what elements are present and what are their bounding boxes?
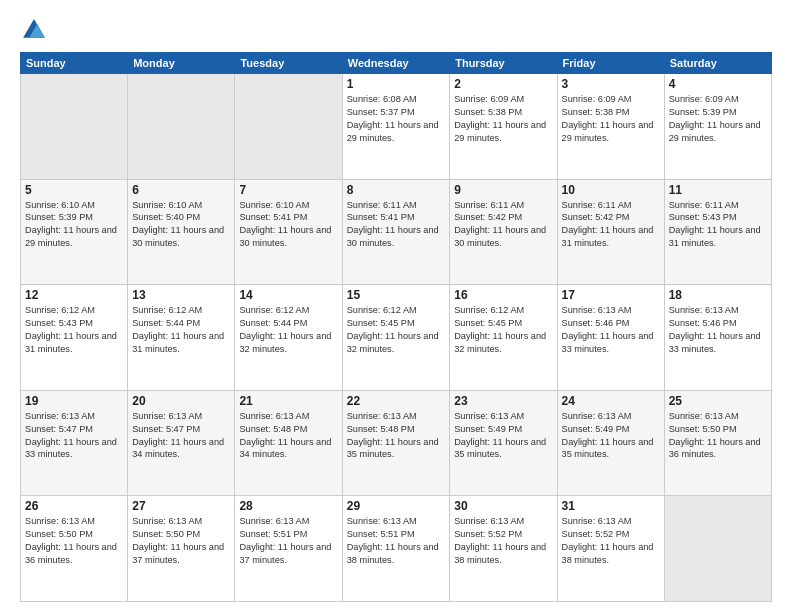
- day-info: Sunrise: 6:09 AMSunset: 5:38 PMDaylight:…: [454, 93, 552, 145]
- page: SundayMondayTuesdayWednesdayThursdayFrid…: [0, 0, 792, 612]
- day-cell: 4Sunrise: 6:09 AMSunset: 5:39 PMDaylight…: [664, 74, 771, 180]
- day-number: 19: [25, 394, 123, 408]
- day-number: 14: [239, 288, 337, 302]
- day-number: 26: [25, 499, 123, 513]
- day-info: Sunrise: 6:11 AMSunset: 5:41 PMDaylight:…: [347, 199, 446, 251]
- week-row-4: 19Sunrise: 6:13 AMSunset: 5:47 PMDayligh…: [21, 390, 772, 496]
- day-cell: 12Sunrise: 6:12 AMSunset: 5:43 PMDayligh…: [21, 285, 128, 391]
- day-cell: 22Sunrise: 6:13 AMSunset: 5:48 PMDayligh…: [342, 390, 450, 496]
- day-cell: 27Sunrise: 6:13 AMSunset: 5:50 PMDayligh…: [128, 496, 235, 602]
- week-row-3: 12Sunrise: 6:12 AMSunset: 5:43 PMDayligh…: [21, 285, 772, 391]
- day-info: Sunrise: 6:12 AMSunset: 5:45 PMDaylight:…: [347, 304, 446, 356]
- day-cell: 19Sunrise: 6:13 AMSunset: 5:47 PMDayligh…: [21, 390, 128, 496]
- day-number: 13: [132, 288, 230, 302]
- day-info: Sunrise: 6:10 AMSunset: 5:40 PMDaylight:…: [132, 199, 230, 251]
- day-info: Sunrise: 6:13 AMSunset: 5:52 PMDaylight:…: [454, 515, 552, 567]
- weekday-header-row: SundayMondayTuesdayWednesdayThursdayFrid…: [21, 53, 772, 74]
- day-cell: 18Sunrise: 6:13 AMSunset: 5:46 PMDayligh…: [664, 285, 771, 391]
- day-cell: 10Sunrise: 6:11 AMSunset: 5:42 PMDayligh…: [557, 179, 664, 285]
- weekday-header-wednesday: Wednesday: [342, 53, 450, 74]
- header: [20, 16, 772, 44]
- day-info: Sunrise: 6:08 AMSunset: 5:37 PMDaylight:…: [347, 93, 446, 145]
- day-number: 8: [347, 183, 446, 197]
- day-cell: 11Sunrise: 6:11 AMSunset: 5:43 PMDayligh…: [664, 179, 771, 285]
- day-number: 15: [347, 288, 446, 302]
- day-info: Sunrise: 6:13 AMSunset: 5:49 PMDaylight:…: [454, 410, 552, 462]
- day-number: 1: [347, 77, 446, 91]
- weekday-header-tuesday: Tuesday: [235, 53, 342, 74]
- day-number: 10: [562, 183, 660, 197]
- day-number: 25: [669, 394, 767, 408]
- weekday-header-friday: Friday: [557, 53, 664, 74]
- day-cell: 24Sunrise: 6:13 AMSunset: 5:49 PMDayligh…: [557, 390, 664, 496]
- day-info: Sunrise: 6:09 AMSunset: 5:38 PMDaylight:…: [562, 93, 660, 145]
- day-cell: 14Sunrise: 6:12 AMSunset: 5:44 PMDayligh…: [235, 285, 342, 391]
- day-cell: [664, 496, 771, 602]
- weekday-header-saturday: Saturday: [664, 53, 771, 74]
- day-number: 6: [132, 183, 230, 197]
- day-info: Sunrise: 6:09 AMSunset: 5:39 PMDaylight:…: [669, 93, 767, 145]
- day-number: 28: [239, 499, 337, 513]
- day-cell: 20Sunrise: 6:13 AMSunset: 5:47 PMDayligh…: [128, 390, 235, 496]
- calendar: SundayMondayTuesdayWednesdayThursdayFrid…: [20, 52, 772, 602]
- day-info: Sunrise: 6:13 AMSunset: 5:51 PMDaylight:…: [347, 515, 446, 567]
- day-cell: 31Sunrise: 6:13 AMSunset: 5:52 PMDayligh…: [557, 496, 664, 602]
- day-info: Sunrise: 6:13 AMSunset: 5:51 PMDaylight:…: [239, 515, 337, 567]
- day-info: Sunrise: 6:13 AMSunset: 5:52 PMDaylight:…: [562, 515, 660, 567]
- day-cell: 23Sunrise: 6:13 AMSunset: 5:49 PMDayligh…: [450, 390, 557, 496]
- day-info: Sunrise: 6:11 AMSunset: 5:43 PMDaylight:…: [669, 199, 767, 251]
- day-cell: [128, 74, 235, 180]
- week-row-5: 26Sunrise: 6:13 AMSunset: 5:50 PMDayligh…: [21, 496, 772, 602]
- day-info: Sunrise: 6:12 AMSunset: 5:44 PMDaylight:…: [239, 304, 337, 356]
- day-cell: 9Sunrise: 6:11 AMSunset: 5:42 PMDaylight…: [450, 179, 557, 285]
- day-number: 11: [669, 183, 767, 197]
- day-number: 21: [239, 394, 337, 408]
- day-number: 4: [669, 77, 767, 91]
- day-cell: 21Sunrise: 6:13 AMSunset: 5:48 PMDayligh…: [235, 390, 342, 496]
- day-cell: 30Sunrise: 6:13 AMSunset: 5:52 PMDayligh…: [450, 496, 557, 602]
- day-number: 2: [454, 77, 552, 91]
- week-row-1: 1Sunrise: 6:08 AMSunset: 5:37 PMDaylight…: [21, 74, 772, 180]
- day-info: Sunrise: 6:13 AMSunset: 5:46 PMDaylight:…: [669, 304, 767, 356]
- day-info: Sunrise: 6:12 AMSunset: 5:44 PMDaylight:…: [132, 304, 230, 356]
- logo-icon: [20, 16, 48, 44]
- day-number: 24: [562, 394, 660, 408]
- day-info: Sunrise: 6:12 AMSunset: 5:43 PMDaylight:…: [25, 304, 123, 356]
- day-number: 29: [347, 499, 446, 513]
- day-number: 5: [25, 183, 123, 197]
- day-info: Sunrise: 6:13 AMSunset: 5:49 PMDaylight:…: [562, 410, 660, 462]
- day-info: Sunrise: 6:11 AMSunset: 5:42 PMDaylight:…: [454, 199, 552, 251]
- day-number: 3: [562, 77, 660, 91]
- day-cell: 15Sunrise: 6:12 AMSunset: 5:45 PMDayligh…: [342, 285, 450, 391]
- day-info: Sunrise: 6:13 AMSunset: 5:50 PMDaylight:…: [669, 410, 767, 462]
- day-info: Sunrise: 6:13 AMSunset: 5:50 PMDaylight:…: [132, 515, 230, 567]
- day-cell: 3Sunrise: 6:09 AMSunset: 5:38 PMDaylight…: [557, 74, 664, 180]
- day-info: Sunrise: 6:13 AMSunset: 5:48 PMDaylight:…: [347, 410, 446, 462]
- weekday-header-thursday: Thursday: [450, 53, 557, 74]
- day-cell: [21, 74, 128, 180]
- weekday-header-sunday: Sunday: [21, 53, 128, 74]
- day-cell: 28Sunrise: 6:13 AMSunset: 5:51 PMDayligh…: [235, 496, 342, 602]
- day-cell: 7Sunrise: 6:10 AMSunset: 5:41 PMDaylight…: [235, 179, 342, 285]
- day-info: Sunrise: 6:13 AMSunset: 5:47 PMDaylight:…: [132, 410, 230, 462]
- day-cell: 29Sunrise: 6:13 AMSunset: 5:51 PMDayligh…: [342, 496, 450, 602]
- day-cell: 25Sunrise: 6:13 AMSunset: 5:50 PMDayligh…: [664, 390, 771, 496]
- day-cell: 8Sunrise: 6:11 AMSunset: 5:41 PMDaylight…: [342, 179, 450, 285]
- day-number: 17: [562, 288, 660, 302]
- day-cell: 17Sunrise: 6:13 AMSunset: 5:46 PMDayligh…: [557, 285, 664, 391]
- day-cell: 5Sunrise: 6:10 AMSunset: 5:39 PMDaylight…: [21, 179, 128, 285]
- day-cell: 26Sunrise: 6:13 AMSunset: 5:50 PMDayligh…: [21, 496, 128, 602]
- day-cell: [235, 74, 342, 180]
- logo: [20, 16, 52, 44]
- day-info: Sunrise: 6:13 AMSunset: 5:50 PMDaylight:…: [25, 515, 123, 567]
- day-info: Sunrise: 6:13 AMSunset: 5:46 PMDaylight:…: [562, 304, 660, 356]
- week-row-2: 5Sunrise: 6:10 AMSunset: 5:39 PMDaylight…: [21, 179, 772, 285]
- day-info: Sunrise: 6:12 AMSunset: 5:45 PMDaylight:…: [454, 304, 552, 356]
- day-number: 31: [562, 499, 660, 513]
- day-number: 9: [454, 183, 552, 197]
- day-cell: 16Sunrise: 6:12 AMSunset: 5:45 PMDayligh…: [450, 285, 557, 391]
- day-number: 7: [239, 183, 337, 197]
- day-info: Sunrise: 6:10 AMSunset: 5:41 PMDaylight:…: [239, 199, 337, 251]
- day-number: 18: [669, 288, 767, 302]
- day-cell: 13Sunrise: 6:12 AMSunset: 5:44 PMDayligh…: [128, 285, 235, 391]
